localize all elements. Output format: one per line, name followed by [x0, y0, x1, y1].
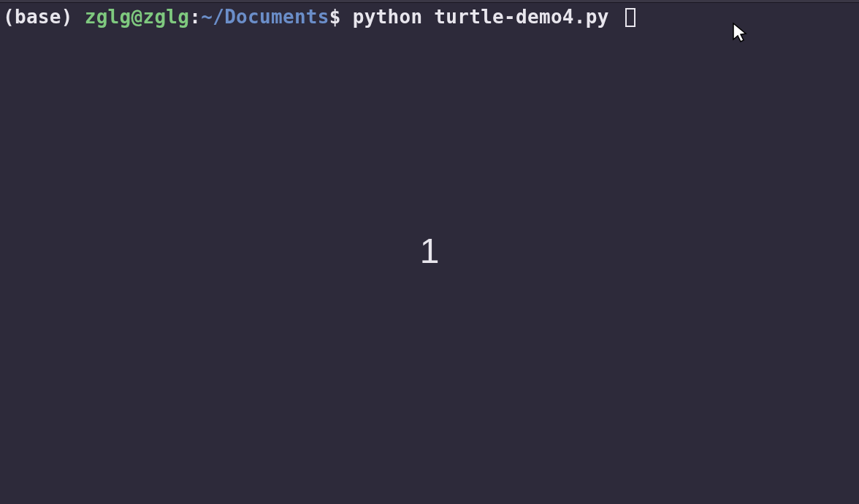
user-host: zglg@zglg	[85, 6, 190, 28]
prompt-line: (base) zglg@zglg:~/Documents$ python tur…	[3, 6, 856, 28]
terminal-cursor	[625, 8, 635, 27]
output-number: 1	[420, 231, 440, 271]
working-directory: ~/Documents	[201, 6, 329, 28]
conda-env-prefix: (base)	[3, 6, 85, 28]
path-separator: :	[189, 6, 201, 28]
terminal-area[interactable]: (base) zglg@zglg:~/Documents$ python tur…	[0, 3, 859, 31]
command-text: python turtle-demo4.py	[341, 6, 621, 28]
prompt-symbol: $	[329, 6, 341, 28]
